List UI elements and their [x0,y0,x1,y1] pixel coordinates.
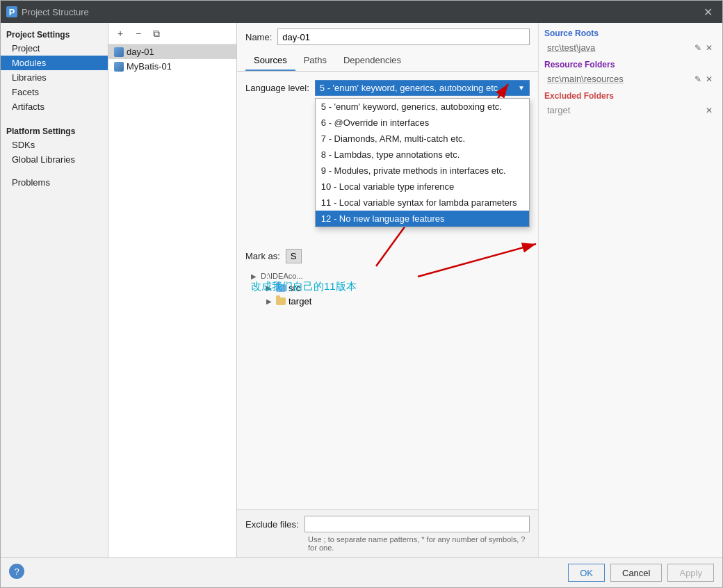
resource-folder-actions: ✎ ✕ [693,74,714,84]
tree-target-label: target [289,296,311,307]
name-row: Name: [237,23,538,51]
remove-excluded-folder-button[interactable]: ✕ [704,106,714,115]
module-toolbar: + − ⧉ [108,23,236,44]
edit-resource-folder-button[interactable]: ✎ [693,74,703,84]
annotation-text: 改成我们自己的11版本 [251,280,357,293]
tab-sources[interactable]: Sources [245,51,295,71]
remove-module-button[interactable]: − [131,26,146,41]
remove-source-root-button[interactable]: ✕ [704,43,714,53]
sidebar-item-sdks[interactable]: SDKs [1,138,108,152]
resource-folder-path: src\main\resources ✎ ✕ [544,72,717,85]
option-11[interactable]: 11 - Local variable syntax for lambda pa… [316,195,529,211]
sidebar-item-artifacts[interactable]: Artifacts [1,99,108,114]
dropdown-selected-value: 5 - 'enum' keyword, generics, autoboxing… [320,83,515,93]
source-roots-label: Source Roots [544,28,717,38]
exclude-files-section: Exclude files: Use ; to separate name pa… [237,509,538,557]
sidebar-item-modules[interactable]: Modules [1,56,108,70]
tab-content-sources: Language level: 5 - 'enum' keyword, gene… [237,72,538,509]
option-6[interactable]: 6 - @Override in interfaces [316,115,529,131]
module-icon-day-01 [114,47,124,57]
option-8[interactable]: 8 - Lambdas, type annotations etc. [316,147,529,163]
close-button[interactable]: ✕ [699,4,717,20]
edit-source-root-button[interactable]: ✎ [693,43,703,53]
option-5[interactable]: 5 - 'enum' keyword, generics, autoboxing… [316,99,529,115]
source-root-actions: ✎ ✕ [693,43,714,53]
app-icon: P [6,6,17,17]
tree-target[interactable]: ▶ target [245,295,530,308]
option-9[interactable]: 9 - Modules, private methods in interfac… [316,163,529,179]
remove-resource-folder-button[interactable]: ✕ [704,74,714,84]
language-level-row: Language level: 5 - 'enum' keyword, gene… [245,80,530,96]
project-structure-dialog: P Project Structure ✕ Project Settings P… [0,0,723,588]
excluded-folder-path: target ✕ [544,104,717,117]
sidebar-item-libraries[interactable]: Libraries [1,70,108,85]
tree-expand-target[interactable]: ▶ [265,297,273,306]
tree-expand-root[interactable]: ▶ [250,272,258,280]
exclude-files-hint: Use ; to separate name patterns, * for a… [308,535,530,552]
right-panel: Source Roots src\test\java ✎ ✕ Resource … [538,23,722,557]
mark-as-label: Mark as: [245,251,280,261]
resource-folders-label: Resource Folders [544,60,717,70]
apply-button[interactable]: Apply [667,564,714,582]
dropdown-popup: 5 - 'enum' keyword, generics, autoboxing… [315,98,530,227]
language-level-dropdown[interactable]: 5 - 'enum' keyword, generics, autoboxing… [315,80,530,96]
ok-button[interactable]: OK [568,564,605,582]
copy-module-button[interactable]: ⧉ [149,26,164,41]
main-panel: Name: Sources Paths Dependencies Languag… [237,23,538,557]
tabs-bar: Sources Paths Dependencies [237,51,538,72]
title-bar: P Project Structure ✕ [1,1,722,23]
exclude-files-label: Exclude files: [245,519,299,530]
sidebar-item-facets[interactable]: Facets [1,85,108,99]
sidebar-item-problems[interactable]: Problems [1,175,108,190]
dropdown-arrow-icon: ▼ [518,84,525,92]
module-item-day-01[interactable]: day-01 [108,44,236,59]
cancel-button[interactable]: Cancel [610,564,662,582]
option-7[interactable]: 7 - Diamonds, ARM, multi-catch etc. [316,131,529,147]
project-settings-label: Project Settings [1,26,108,41]
dialog-buttons: ? OK Cancel Apply [1,557,722,587]
content-area: Project Settings Project Modules Librari… [1,23,722,557]
sidebar: Project Settings Project Modules Librari… [1,23,108,557]
sidebar-item-project[interactable]: Project [1,41,108,56]
tab-paths[interactable]: Paths [295,51,335,71]
module-item-mybatis-01[interactable]: MyBatis-01 [108,59,236,74]
dialog-title: Project Structure [22,7,699,17]
module-list-panel: + − ⧉ day-01 MyBatis-01 [108,23,237,557]
platform-settings-label: Platform Settings [1,122,108,138]
sidebar-item-global-libraries[interactable]: Global Libraries [1,152,108,167]
name-label: Name: [245,32,272,42]
exclude-files-row: Exclude files: [245,516,530,532]
tab-dependencies[interactable]: Dependencies [335,51,409,71]
mark-as-row: Mark as: S [245,249,530,263]
module-icon-mybatis-01 [114,62,124,72]
name-input[interactable] [277,28,530,45]
add-module-button[interactable]: + [113,26,128,41]
option-12[interactable]: 12 - No new language features [316,211,529,227]
option-10[interactable]: 10 - Local variable type inference [316,179,529,195]
source-root-path: src\test\java ✎ ✕ [544,41,717,54]
excluded-folders-label: Excluded Folders [544,91,717,101]
tree-root-path: D:\IDEAco... [261,272,303,280]
mark-as-value: S [286,249,302,263]
target-folder-icon [276,297,286,305]
help-button[interactable]: ? [9,564,24,579]
exclude-files-input[interactable] [304,516,530,532]
language-level-label: Language level: [245,83,309,93]
